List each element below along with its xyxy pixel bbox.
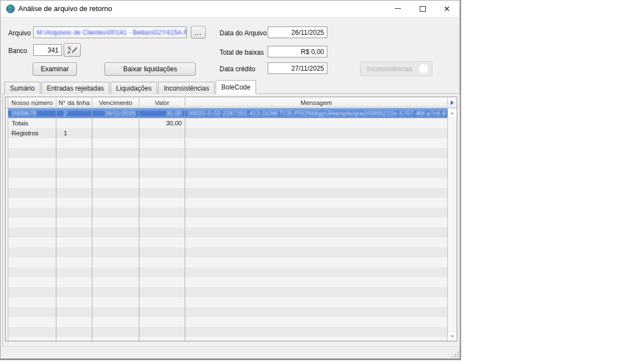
grid-cell	[139, 257, 185, 267]
grid-cell	[185, 228, 447, 238]
grid-cell	[139, 228, 185, 238]
column-header-valor[interactable]: Valor	[139, 97, 185, 108]
grid-cell	[56, 267, 92, 277]
grid-cell	[8, 218, 56, 228]
data-arquivo-input[interactable]: 26/11/2025	[268, 27, 327, 38]
grid-cell	[56, 247, 92, 257]
grid-cell	[139, 277, 185, 287]
tab-bolecode[interactable]: BoleCode	[216, 80, 256, 94]
table-row-empty[interactable]	[6, 228, 447, 238]
inconsistencias-button[interactable]: Inconsistências	[360, 61, 432, 76]
grid-cell	[92, 138, 139, 148]
scroll-down-button[interactable]	[448, 331, 457, 341]
grid-cell	[185, 267, 447, 277]
tab-inconsistencias[interactable]: Inconsistências	[158, 82, 215, 94]
grid-cell: 0000678	[8, 108, 56, 118]
column-header-vencimento[interactable]: Vencimento	[92, 97, 139, 108]
grid-cell	[8, 337, 56, 341]
table-row-empty[interactable]	[6, 327, 447, 337]
grid-cell	[8, 178, 56, 188]
arquivo-input[interactable]: M:\Arquivos de Clientes\00141 - Beltas\G…	[33, 27, 187, 38]
data-credito-input[interactable]: 27/11/2025	[268, 62, 327, 74]
table-row[interactable]: 0000678226/11/202530,0000020-0-02-226720…	[6, 108, 447, 118]
grid-cell	[92, 247, 139, 257]
table-row-empty[interactable]	[6, 168, 447, 178]
grid-cell	[139, 317, 185, 327]
grid-cell	[56, 307, 92, 317]
table-row-empty[interactable]	[6, 297, 447, 307]
tab-sumario[interactable]: Sumário	[4, 82, 40, 94]
grid-cell	[185, 337, 447, 341]
grid-cell	[92, 327, 139, 337]
banco-tools-button[interactable]	[64, 43, 81, 57]
grid-cell	[8, 168, 56, 178]
globe-icon	[6, 4, 15, 13]
tab-strip: SumárioEntradas rejeitadasLiquidaçõesInc…	[4, 81, 257, 94]
down-arrow-icon	[450, 335, 455, 338]
total-baixas-label: Total de baixas	[220, 49, 264, 56]
table-row-empty[interactable]	[6, 267, 447, 277]
table-row-empty[interactable]	[6, 317, 447, 327]
grid-header-corner[interactable]	[447, 97, 457, 108]
table-row-empty[interactable]	[6, 257, 447, 267]
minimize-button[interactable]	[388, 1, 407, 17]
table-row-empty[interactable]	[6, 307, 447, 317]
table-row-empty[interactable]	[6, 277, 447, 287]
table-row-empty[interactable]	[6, 218, 447, 228]
scroll-up-button[interactable]	[448, 108, 457, 118]
table-row-empty[interactable]	[6, 287, 447, 297]
total-baixas-input[interactable]: R$ 0,00	[268, 46, 327, 57]
grid-cell	[56, 208, 92, 218]
table-row[interactable]: Registros1	[6, 128, 447, 138]
table-row-empty[interactable]	[6, 138, 447, 148]
grid-cell	[56, 277, 92, 287]
banco-input[interactable]: 341	[33, 44, 62, 56]
grid-cell	[56, 218, 92, 228]
column-header-mensagem[interactable]: Mensagem	[185, 97, 447, 108]
table-row-empty[interactable]	[6, 148, 447, 158]
table-row-empty[interactable]	[6, 158, 447, 168]
table-row-empty[interactable]	[6, 188, 447, 198]
grid-cell: 30,00	[139, 118, 185, 128]
table-row-empty[interactable]	[6, 208, 447, 218]
grid-cell	[139, 178, 185, 188]
grid-cell	[185, 178, 447, 188]
table-row[interactable]: Totais30,00	[6, 118, 447, 128]
grid-cell	[139, 287, 185, 297]
grid-cell	[185, 208, 447, 218]
inconsistencias-button-label: Inconsistências	[367, 65, 412, 73]
tab-liquidacoes[interactable]: Liquidações	[111, 82, 157, 94]
grid-cell	[56, 138, 92, 148]
grid-cell	[8, 188, 56, 198]
vertical-scrollbar[interactable]	[447, 108, 457, 341]
up-arrow-icon	[450, 112, 455, 114]
table-row-empty[interactable]	[6, 247, 447, 257]
arquivo-label: Arquivo	[8, 29, 31, 37]
grid-cell	[56, 337, 92, 341]
grid-cell-value: 26/11/2025	[105, 110, 136, 117]
column-header-n-da-linha[interactable]: N° da linha	[56, 97, 92, 108]
grid-cell	[139, 327, 185, 337]
grid-cell: 00020-0-02-2267201-413.GOW.TCR.PIX2556gz…	[185, 108, 447, 118]
examinar-button[interactable]: Examinar	[33, 62, 77, 76]
browse-button[interactable]: ...	[191, 26, 206, 39]
resize-grip-icon[interactable]	[452, 351, 458, 357]
grid-cell	[92, 128, 139, 138]
table-row-empty[interactable]	[6, 198, 447, 208]
table-row-empty[interactable]	[6, 178, 447, 188]
grid-cell	[8, 208, 56, 218]
results-grid: Nosso númeroN° da linhaVencimentoValorMe…	[5, 97, 457, 341]
grid-body: 0000678226/11/202530,0000020-0-02-226720…	[6, 108, 447, 341]
maximize-button[interactable]	[413, 1, 432, 17]
grid-cell	[185, 297, 447, 307]
baixar-liquidacoes-button[interactable]: Baixar liquidações	[105, 62, 196, 76]
tab-entradas-rejeitadas[interactable]: Entradas rejeitadas	[41, 82, 109, 94]
titlebar: Análise de arquivo de retorno ✕	[1, 1, 460, 17]
close-button[interactable]: ✕	[437, 1, 456, 17]
grid-cell	[92, 158, 139, 168]
table-row-empty[interactable]	[6, 337, 447, 341]
table-row-empty[interactable]	[6, 238, 447, 247]
column-header-nosso-numero[interactable]: Nosso número	[8, 97, 56, 108]
grid-cell	[139, 307, 185, 317]
close-icon: ✕	[443, 5, 450, 13]
